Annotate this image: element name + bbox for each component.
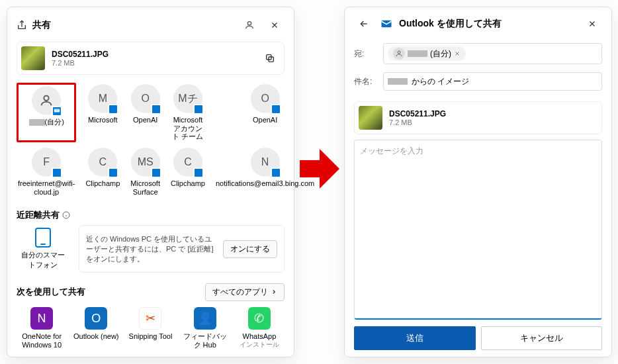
remove-chip-icon[interactable] — [454, 50, 461, 57]
subject-value: からの イメージ — [412, 76, 469, 87]
contact-self[interactable]: (自分) — [17, 83, 76, 142]
my-phone-tile[interactable]: 自分のスマートフォン — [17, 225, 69, 273]
svg-point-3 — [44, 96, 49, 101]
onenote-icon: N — [30, 307, 53, 330]
share-panel: 共有 DSC05211.JPG 7.2 MB — [7, 7, 294, 357]
nearby-description: 近くの Windows PC を使用しているユーザーと共有するには、PC で [… — [86, 234, 216, 264]
whatsapp-icon: ✆ — [248, 307, 271, 330]
nearby-section: 自分のスマートフォン 近くの Windows PC を使用しているユーザーと共有… — [17, 225, 285, 273]
cancel-button[interactable]: キャンセル — [481, 326, 603, 350]
to-field[interactable]: (自分) — [383, 43, 602, 64]
contacts-grid: (自分) M Microsoft O OpenAI Mチ Microsoft ア… — [17, 75, 285, 205]
close-button[interactable] — [582, 14, 602, 34]
app-sublabel: インストール — [240, 341, 279, 349]
file-name: DSC05211.JPG — [52, 50, 253, 59]
contact-label: Clipchamp — [85, 179, 120, 188]
contact-label: Clipchamp — [171, 179, 205, 188]
copy-button[interactable] — [260, 48, 280, 68]
contact-label: (自分) — [29, 118, 64, 126]
file-size: 7.2 MB — [52, 59, 253, 67]
app-whatsapp[interactable]: ✆ WhatsApp インストール — [234, 307, 285, 349]
contact-ms-account-team[interactable]: Mチ Microsoft アカウント チーム — [169, 83, 206, 142]
contact-openai-2[interactable]: O OpenAI — [214, 83, 316, 142]
contact-freeinternet[interactable]: F freeinternet@wifi-cloud.jp — [17, 146, 76, 197]
app-label: WhatsApp — [243, 332, 277, 341]
attachment-thumbnail — [359, 106, 382, 130]
app-label: Outlook (new) — [73, 332, 118, 341]
contact-openai[interactable]: O OpenAI — [129, 83, 161, 142]
svg-point-6 — [398, 51, 400, 54]
contact-label: freeinternet@wifi-cloud.jp — [18, 179, 75, 196]
feedback-icon: 👤 — [194, 307, 216, 330]
info-icon[interactable] — [62, 211, 70, 219]
app-label: フィードバック Hub — [180, 332, 230, 349]
subject-row: 件名: からの イメージ — [354, 72, 602, 91]
file-card: DSC05211.JPG 7.2 MB — [17, 42, 285, 75]
snipping-icon: ✂ — [139, 307, 161, 330]
phone-label: 自分のスマートフォン — [21, 250, 66, 270]
tutorial-arrow — [299, 146, 340, 192]
contact-label: Microsoft アカウント チーム — [171, 116, 205, 141]
app-onenote[interactable]: N OneNote for Windows 10 — [17, 307, 67, 349]
app-feedback-hub[interactable]: 👤 フィードバック Hub — [180, 307, 230, 349]
svg-point-0 — [247, 22, 251, 25]
contact-label: OpenAI — [253, 116, 277, 124]
file-thumbnail — [21, 46, 45, 70]
share-icon — [17, 20, 27, 30]
close-button[interactable] — [265, 15, 285, 35]
app-label: OneNote for Windows 10 — [17, 332, 67, 349]
attachment-name: DSC05211.JPG — [389, 109, 597, 118]
compose-title: Outlook を使用して共有 — [399, 18, 576, 30]
share-using-section: 次を使用して共有 すべてのアプリ N OneNote for Windows 1… — [17, 282, 285, 349]
to-row: 宛: (自分) — [354, 43, 602, 64]
outlook-compose-panel: Outlook を使用して共有 宛: (自分) 件名: — [344, 7, 612, 357]
nearby-title: 近距離共有 — [17, 209, 285, 221]
share-using-title: 次を使用して共有 — [17, 286, 85, 298]
share-title: 共有 — [32, 19, 234, 31]
contact-microsoft[interactable]: M Microsoft — [84, 83, 121, 142]
outlook-icon — [380, 18, 392, 30]
avatar-icon — [393, 48, 405, 60]
compose-actions: 送信 キャンセル — [354, 326, 602, 350]
subject-field[interactable]: からの イメージ — [383, 72, 602, 91]
contact-ms-surface[interactable]: MS Microsoft Surface — [129, 146, 161, 197]
nearby-description-box: 近くの Windows PC を使用しているユーザーと共有するには、PC で [… — [79, 225, 285, 273]
attachment-size: 7.2 MB — [389, 118, 597, 126]
all-apps-button[interactable]: すべてのアプリ — [205, 283, 285, 301]
app-label: Snipping Tool — [129, 332, 173, 341]
account-button[interactable] — [240, 15, 259, 35]
to-label: 宛: — [354, 48, 376, 60]
nearby-enable-button[interactable]: オンにする — [223, 240, 277, 258]
recipient-chip[interactable]: (自分) — [388, 46, 466, 61]
contact-label: OpenAI — [133, 116, 157, 124]
contact-label: Microsoft Surface — [130, 179, 160, 196]
attachment-card: DSC05211.JPG 7.2 MB — [354, 101, 602, 134]
phone-icon — [35, 228, 51, 248]
subject-label: 件名: — [354, 76, 376, 87]
contact-clipchamp[interactable]: C Clipchamp — [84, 146, 121, 197]
back-button[interactable] — [354, 14, 374, 34]
chip-label: (自分) — [430, 48, 451, 60]
compose-header: Outlook を使用して共有 — [354, 14, 602, 39]
share-header: 共有 — [17, 14, 285, 42]
contact-clipchamp-2[interactable]: C Clipchamp — [169, 146, 206, 197]
send-button[interactable]: 送信 — [354, 326, 476, 350]
app-outlook[interactable]: O Outlook (new) — [71, 307, 121, 349]
outlook-icon: O — [85, 307, 107, 330]
contact-label: Microsoft — [88, 116, 118, 124]
message-input[interactable]: メッセージを入力 — [354, 140, 602, 320]
app-snipping-tool[interactable]: ✂ Snipping Tool — [125, 307, 175, 349]
chevron-right-icon — [271, 289, 277, 295]
